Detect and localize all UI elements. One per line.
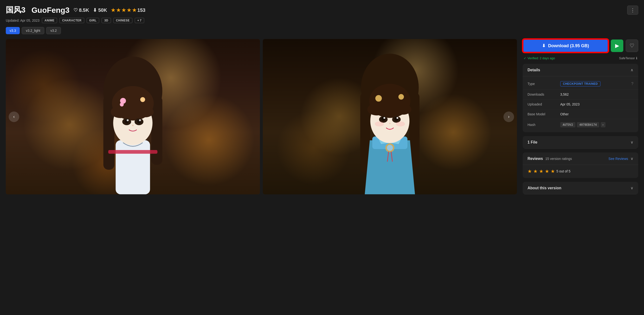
reviews-title: Reviews <box>528 157 543 161</box>
svg-point-38 <box>376 95 382 102</box>
file-card: 1 File ∨ <box>523 136 638 149</box>
about-header[interactable]: About this version ∨ <box>523 182 638 194</box>
svg-point-34 <box>396 117 398 119</box>
heart-icon: ♡ <box>74 7 78 13</box>
type-label: Type <box>528 82 556 86</box>
svg-point-28 <box>394 104 412 115</box>
type-row: Type CHECKPOINT TRAINED ? <box>523 78 638 90</box>
art-bg-2-fill <box>263 39 517 194</box>
verified-row: ✓ Verified: 2 days ago SafeTensor ℹ <box>523 56 638 60</box>
checkpoint-badge: CHECKPOINT TRAINED <box>560 81 600 87</box>
star-3: ★ <box>122 7 126 13</box>
base-model-label: Base Model <box>528 112 556 116</box>
file-title: 1 File <box>528 140 538 145</box>
tag-girl[interactable]: GIRL <box>87 18 100 23</box>
see-reviews-link[interactable]: See Reviews <box>608 157 628 161</box>
version-tab-v32[interactable]: v3.2 <box>46 27 61 34</box>
heart-stat: ♡ 8.5K <box>74 7 89 13</box>
details-chevron-icon: ∧ <box>630 68 634 72</box>
file-chevron-icon: ∨ <box>630 140 634 145</box>
base-model-value: Other <box>560 112 569 116</box>
svg-point-41 <box>387 145 393 151</box>
tag-chinese[interactable]: CHINESE <box>113 18 132 23</box>
tag-3d[interactable]: 3D <box>102 18 111 23</box>
girl-svg-2 <box>273 44 507 194</box>
star-2: ★ <box>116 7 120 13</box>
download-count: 50K <box>98 8 107 13</box>
gallery-image-1[interactable]: ‹ <box>6 39 260 194</box>
svg-point-33 <box>383 117 385 119</box>
art-bg-left <box>6 39 260 194</box>
review-star-4: ★ <box>545 168 549 174</box>
base-model-row: Base Model Other <box>523 109 638 119</box>
svg-point-27 <box>367 104 386 116</box>
rating-count: 153 <box>138 8 145 13</box>
safetensor-icon: ℹ <box>636 56 637 60</box>
star-5: ★ <box>132 7 136 13</box>
download-button[interactable]: ⬇ Download (3.95 GB) <box>523 39 608 53</box>
svg-point-7 <box>111 106 130 118</box>
title-text: 国风3 GuoFeng3 <box>6 5 70 16</box>
page-header: 国风3 GuoFeng3 ♡ 8.5K ⬇ 50K ★ ★ ★ ★ <box>6 5 638 16</box>
review-star-1: ★ <box>528 168 532 174</box>
play-button[interactable]: ▶ <box>611 40 623 52</box>
reviews-right: See Reviews ∨ <box>608 156 634 161</box>
tag-anime[interactable]: ANIME <box>42 18 57 23</box>
hash-container: AUTOV2 4078EB4174 › <box>560 122 606 127</box>
wishlist-button[interactable]: ♡ <box>626 40 638 52</box>
svg-point-37 <box>396 122 405 127</box>
review-star-2: ★ <box>533 168 538 174</box>
stars-container: ★ ★ ★ ★ ★ 153 <box>111 7 145 13</box>
hash-label: Hash <box>528 123 556 127</box>
svg-rect-3 <box>116 140 150 194</box>
svg-point-35 <box>389 123 390 124</box>
download-area: ⬇ Download (3.95 GB) ▶ ♡ <box>523 39 638 53</box>
downloads-row: Downloads 3,562 <box>523 90 638 100</box>
review-star-5: ★ <box>550 168 555 174</box>
hash-chevron-icon[interactable]: › <box>601 122 606 127</box>
download-label: Download (3.95 GB) <box>548 43 589 48</box>
download-icon: ⬇ <box>542 43 546 48</box>
star-4: ★ <box>127 7 131 13</box>
about-title: About this version <box>528 186 561 190</box>
title-english: GuoFeng3 <box>32 6 70 15</box>
uploaded-label: Uploaded <box>528 102 556 106</box>
details-body: Type CHECKPOINT TRAINED ? Downloads 3,56… <box>523 76 638 132</box>
download-count-icon: ⬇ <box>93 7 97 13</box>
version-tab-v33[interactable]: v3.3 <box>6 27 20 34</box>
meta-row: Updated: Apr 05, 2023 ANIME CHARACTER GI… <box>6 18 638 23</box>
stars-row: ★ ★ ★ ★ ★ 5 out of 5 <box>528 168 634 174</box>
downloads-value: 3,562 <box>560 93 569 96</box>
main-content: ‹ <box>6 39 638 194</box>
heart-count: 8.5K <box>79 8 89 13</box>
reviews-left: Reviews 15 version ratings <box>528 157 572 161</box>
reviews-header: Reviews 15 version ratings See Reviews ∨ <box>523 152 638 165</box>
hash-value-badge: 4078EB4174 <box>577 122 599 127</box>
gallery-image-2[interactable]: › <box>263 39 517 194</box>
tag-character[interactable]: CHARACTER <box>60 18 84 23</box>
gallery-next-button[interactable]: › <box>504 112 514 122</box>
svg-point-17 <box>140 97 145 102</box>
type-help-icon[interactable]: ? <box>631 82 634 86</box>
safetensor-text: SafeTensor ℹ <box>619 56 637 60</box>
downloads-label: Downloads <box>528 93 556 96</box>
right-sidebar: ⬇ Download (3.95 GB) ▶ ♡ ✓ Verified: 2 d… <box>523 39 638 194</box>
three-dot-button[interactable]: ⋮ <box>627 6 638 15</box>
svg-rect-19 <box>108 150 158 154</box>
reviews-chevron-icon: ∨ <box>630 156 634 161</box>
reviews-body: ★ ★ ★ ★ ★ 5 out of 5 <box>523 165 638 178</box>
svg-point-36 <box>375 122 384 127</box>
star-1: ★ <box>111 7 115 13</box>
file-header[interactable]: 1 File ∨ <box>523 136 638 149</box>
version-tab-v32light[interactable]: v3.2_light <box>22 27 44 34</box>
heart-wishlist-icon: ♡ <box>630 43 634 49</box>
verified-label: Verified: 2 days ago <box>528 56 555 60</box>
reviews-card: Reviews 15 version ratings See Reviews ∨… <box>523 152 638 178</box>
hash-row: Hash AUTOV2 4078EB4174 › <box>523 119 638 130</box>
gallery-prev-button[interactable]: ‹ <box>9 112 19 122</box>
girl-svg-1 <box>18 47 247 194</box>
tag-more[interactable]: + 7 <box>135 18 144 23</box>
verified-icon: ✓ <box>524 56 526 60</box>
details-header[interactable]: Details ∧ <box>523 64 638 76</box>
art-bg-right <box>263 39 517 194</box>
